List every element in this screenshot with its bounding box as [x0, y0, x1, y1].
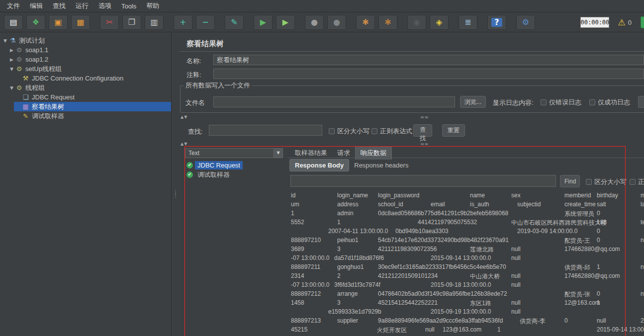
search-find-button[interactable]: 查找: [413, 124, 432, 137]
menu-item-2[interactable]: 查找: [48, 0, 71, 12]
copy-icon: ❐: [128, 18, 135, 26]
help-button[interactable]: ?: [487, 15, 506, 30]
shutdown-button[interactable]: ●: [327, 15, 346, 30]
response-cell: 421121198309072356: [378, 246, 437, 252]
tree-item-thread-group[interactable]: ▼⚙线程组: [0, 83, 171, 92]
collapse-toggle-icon[interactable]: ▼: [2, 38, 8, 43]
thread-group-disabled-icon: ⚙: [15, 56, 23, 63]
response-cell: salt: [597, 201, 606, 208]
response-cell: um: [291, 201, 299, 208]
search-input[interactable]: [209, 125, 322, 136]
splitter-collapse-icons[interactable]: ▲▼: [181, 115, 187, 119]
tab-2[interactable]: 响应数据: [355, 146, 392, 160]
tree-item-test-plan[interactable]: ▼⚗测试计划: [0, 36, 171, 45]
result-item[interactable]: ✔调试取样器: [185, 170, 283, 179]
checkbox-icon: [371, 128, 377, 134]
expand-toggle-icon[interactable]: ▶: [8, 48, 15, 53]
response-cell: gonghuo1: [337, 263, 364, 270]
expand-toggle-icon[interactable]: ▶: [8, 57, 15, 62]
configure-button-partial[interactable]: [638, 96, 644, 108]
start-button[interactable]: ▶: [254, 15, 273, 30]
new-file-button[interactable]: ▤: [4, 15, 23, 30]
vertical-splitter[interactable]: ⋮⋮: [172, 33, 178, 336]
search-reset-button[interactable]: 重置: [442, 124, 465, 137]
clear-button[interactable]: ✱: [356, 15, 375, 30]
response-cell: null: [511, 254, 521, 261]
response-cell: 441421197905075532: [418, 219, 477, 226]
remove-button[interactable]: −: [196, 15, 215, 30]
horizontal-splitter-top[interactable]: ▲▼ ≈≈: [178, 114, 644, 120]
paste-button[interactable]: ▥: [145, 15, 164, 30]
open-file-button[interactable]: ▣: [49, 15, 68, 30]
collapse-toggle-icon[interactable]: ▼: [8, 67, 15, 72]
filename-input[interactable]: [213, 96, 455, 107]
response-body[interactable]: idlogin_namelogin_passwordnamesexmemberi…: [287, 190, 644, 336]
search-regex-checkbox[interactable]: 正则表达式: [371, 127, 412, 136]
tree-item-jdbc-connection-configuration[interactable]: ⚒JDBC Connection Configuration: [0, 74, 171, 83]
chevron-down-icon[interactable]: ▼: [274, 149, 282, 158]
renderer-dropdown[interactable]: Text ▼: [185, 148, 283, 158]
response-cell: null: [425, 326, 435, 333]
start-no-pauses-button[interactable]: ▶: [276, 15, 295, 30]
menu-item-3[interactable]: 运行: [71, 0, 93, 12]
response-cell: 东区1路: [470, 299, 491, 308]
tree-item-view-results-tree[interactable]: ▦察看结果树: [0, 102, 171, 111]
stop-button[interactable]: ●: [305, 15, 324, 30]
search-case-checkbox[interactable]: 区分大小写: [329, 127, 369, 136]
subtab-1[interactable]: Response headers: [349, 160, 413, 171]
active-threads-indicator: [641, 16, 644, 28]
gear-blue-button[interactable]: ⚙: [516, 15, 535, 30]
menu-item-4[interactable]: 选项: [93, 0, 116, 12]
add-button[interactable]: +: [174, 15, 192, 30]
search-reset-button[interactable]: ◈: [430, 15, 449, 30]
subtab-0[interactable]: Response Body: [289, 159, 349, 171]
function-helper-button[interactable]: ≣: [459, 15, 477, 30]
tree-item-label: JDBC Connection Configuration: [30, 75, 125, 82]
tree-item-setup-thread-group[interactable]: ▼⚙setUp线程组: [0, 64, 171, 74]
splitter-collapse-icons[interactable]: ▲▼: [181, 142, 187, 146]
menu-item-5[interactable]: Tools: [116, 1, 141, 11]
tree-item-debug-sampler[interactable]: ✎调试取样器: [0, 111, 171, 121]
response-cell: 1: [597, 263, 600, 270]
collapse-toggle-icon[interactable]: ▼: [8, 85, 15, 90]
menu-item-1[interactable]: 编辑: [25, 0, 48, 12]
response-cell: null: [511, 281, 521, 288]
tab-0[interactable]: 取样器结果: [290, 147, 332, 159]
response-regex-checkbox[interactable]: 正则: [630, 177, 644, 186]
page-title: 察看结果树: [186, 39, 224, 49]
tree-item-label: 察看结果树: [30, 102, 66, 111]
result-item[interactable]: ✔JDBC Request: [185, 161, 283, 170]
cut-button[interactable]: ✂: [100, 15, 119, 30]
copy-button[interactable]: ❐: [122, 15, 141, 30]
browse-button[interactable]: 浏览...: [460, 96, 486, 108]
test-plan-tree: ▼⚗测试计划▶⚙soap1.1▶⚙soap1.2▼⚙setUp线程组⚒JDBC …: [0, 33, 172, 336]
menu-item-0[interactable]: 文件: [2, 0, 25, 12]
response-line: 888897213supplier9a88e889496fe569aa2d9cc…: [287, 317, 644, 326]
response-cell: peihuo1: [337, 237, 359, 244]
tree-item-soap1-1[interactable]: ▶⚙soap1.1: [0, 45, 171, 55]
errors-only-checkbox[interactable]: 仅错误日志: [541, 98, 581, 107]
tree-item-jdbc-request[interactable]: ❏JDBC Request: [0, 92, 171, 102]
tree-item-soap1-2[interactable]: ▶⚙soap1.2: [0, 55, 171, 64]
response-cell: 04786402b5ad0d3f149c98a956fbe126b38ede72: [378, 290, 507, 297]
elapsed-timer: 00:00:00: [580, 17, 609, 28]
templates-button[interactable]: ❖: [26, 15, 45, 30]
response-cell: 9a88e889496fe569aa2d9ccc6e8a3ffab94536fd: [378, 317, 503, 324]
log-errors-indicator[interactable]: ⚠ 0: [618, 17, 632, 27]
search-button[interactable]: ◉: [407, 15, 426, 30]
clear-all-button[interactable]: ✱: [378, 15, 397, 30]
menu-item-6[interactable]: 帮助: [141, 0, 164, 12]
name-input[interactable]: [213, 55, 644, 65]
toggle-button[interactable]: ✎: [225, 15, 244, 30]
comment-input[interactable]: [213, 69, 644, 79]
success-only-checkbox[interactable]: 仅成功日志: [589, 98, 630, 107]
response-cell: 3: [337, 299, 341, 306]
response-find-button[interactable]: Find: [560, 175, 580, 187]
response-case-checkbox[interactable]: 区分大小写: [586, 177, 627, 186]
response-find-input[interactable]: [290, 175, 556, 187]
title-divider: [180, 51, 644, 52]
response-line: 888897210peihuo154cb714e17e620d33732490b…: [287, 237, 644, 246]
response-cell: address: [337, 201, 359, 208]
tab-1[interactable]: 请求: [332, 147, 355, 159]
save-button[interactable]: ▦: [71, 15, 90, 30]
